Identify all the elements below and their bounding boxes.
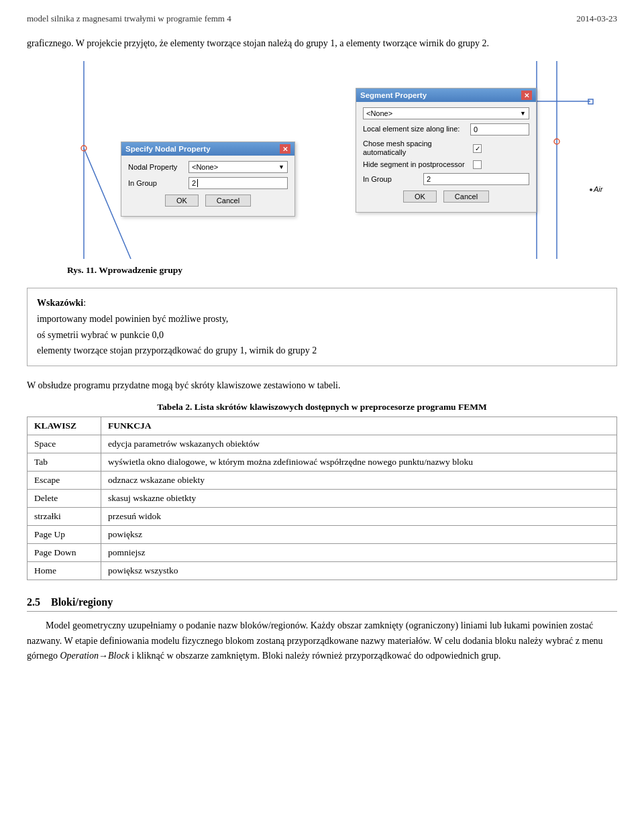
in-group-input[interactable]: 2 (189, 177, 288, 189)
table-title: Tabela 2. Lista skrótów klawiszowych dos… (27, 402, 617, 412)
table-row: Home powiększ wszystko (28, 562, 617, 580)
table-cell-val-0: edycja parametrów wskazanych obiektów (101, 435, 617, 453)
dialog-nodal-close[interactable]: ✕ (280, 144, 290, 154)
dialog-nodal-title: Specify Nodal Property (125, 145, 211, 153)
table-row: Tab wyświetla okno dialogowe, w którym m… (28, 453, 617, 472)
local-element-row: Local element size along line: 0 (363, 123, 529, 135)
hint-colon: : (83, 298, 86, 308)
segment-in-group-input[interactable]: 2 (423, 173, 529, 185)
italic-block: Block (108, 651, 129, 661)
nodal-property-select[interactable]: <None> ▼ (189, 161, 288, 173)
table-cell-val-2: odznacz wskazane obiekty (101, 472, 617, 490)
table-row: Escape odznacz wskazane obiekty (28, 472, 617, 490)
segment-in-group-label: In Group (363, 175, 423, 183)
nodal-property-row: Nodal Property <None> ▼ (128, 161, 288, 173)
segment-none-row: <None> ▼ (363, 107, 529, 119)
nodal-ok-button[interactable]: OK (165, 195, 199, 207)
table-cell-key-7: Home (28, 562, 101, 580)
table-row: Page Down pomniejsz (28, 544, 617, 562)
nodal-property-label: Nodal Property (128, 163, 189, 171)
table-cell-key-5: Page Up (28, 526, 101, 544)
in-group-label: In Group (128, 179, 189, 187)
svg-point-8 (590, 188, 592, 191)
table-header-klawisz: KLAWISZ (28, 417, 101, 435)
hide-segment-row: Hide segment in postprocessor (363, 160, 529, 169)
table-cell-key-6: Page Down (28, 544, 101, 562)
table-cell-key-1: Tab (28, 453, 101, 472)
segment-select-arrow: ▼ (520, 110, 526, 117)
section-25-heading: 2.5 Bloki/regiony (27, 596, 617, 612)
air-label: Air (593, 185, 604, 193)
hint-box: Wskazówki: importowany model powinien by… (27, 288, 617, 366)
figure-caption: Rys. 11. Wprowadzenie grupy (67, 265, 617, 276)
table-body: Space edycja parametrów wskazanych obiek… (28, 435, 617, 580)
shortcuts-table: KLAWISZ FUNKCJA Space edycja parametrów … (27, 417, 617, 580)
italic-operation: Operation (60, 651, 99, 661)
table-row: Space edycja parametrów wskazanych obiek… (28, 435, 617, 453)
hide-segment-label: Hide segment in postprocessor (363, 160, 470, 169)
hide-segment-checkbox[interactable] (473, 160, 482, 169)
table-cell-key-3: Delete (28, 490, 101, 508)
local-element-label: Local element size along line: (363, 125, 470, 133)
segment-dialog-buttons: OK Cancel (363, 190, 529, 207)
segment-in-group-row: In Group 2 (363, 173, 529, 185)
local-element-input[interactable]: 0 (470, 123, 529, 135)
figure-area: Air Specify Nodal Property ✕ Nodal Prope… (27, 61, 617, 262)
in-group-row: In Group 2 (128, 177, 288, 189)
section-25-title: Bloki/regiony (51, 596, 113, 608)
segment-cancel-button[interactable]: Cancel (443, 190, 489, 203)
hint-title: Wskazówki (37, 298, 83, 308)
section-25-number: 2.5 (27, 596, 40, 608)
dialog-nodal-body: Nodal Property <None> ▼ In Group 2 OK Ca… (121, 156, 294, 216)
table-header-funkcja: FUNKCJA (101, 417, 617, 435)
nodal-cancel-button[interactable]: Cancel (205, 195, 251, 207)
table-head: KLAWISZ FUNKCJA (28, 417, 617, 435)
section-25-body: Model geometryczny uzupełniamy o podanie… (27, 618, 617, 663)
table-cell-val-1: wyświetla okno dialogowe, w którym można… (101, 453, 617, 472)
table-cell-val-4: przesuń widok (101, 508, 617, 526)
header-date: 2014-03-23 (576, 13, 617, 24)
dialog-nodal-titlebar: Specify Nodal Property ✕ (121, 142, 294, 156)
table-header-row: KLAWISZ FUNKCJA (28, 417, 617, 435)
dialog-segment-body: <None> ▼ Local element size along line: … (356, 102, 536, 212)
dialog-nodal: Specify Nodal Property ✕ Nodal Property … (121, 142, 295, 217)
page-header: model silnika z magnesami trwałymi w pro… (27, 13, 617, 24)
dialog-segment-title: Segment Property (360, 91, 427, 99)
segment-none-select[interactable]: <None> ▼ (363, 107, 529, 119)
dialog-segment: Segment Property ✕ <None> ▼ Local elemen… (356, 88, 537, 213)
table-cell-val-5: powiększ (101, 526, 617, 544)
table-row: Page Up powiększ (28, 526, 617, 544)
dialog-segment-titlebar: Segment Property ✕ (356, 89, 536, 102)
segment-ok-button[interactable]: OK (403, 190, 437, 203)
hint-line-3: elementy tworzące stojan przyporządkować… (37, 345, 317, 355)
cursor-indicator (197, 179, 198, 187)
table-cell-key-4: strzałki (28, 508, 101, 526)
section-text-before-table: W obsłudze programu przydatne mogą być s… (27, 378, 617, 392)
header-title: model silnika z magnesami trwałymi w pro… (27, 13, 231, 24)
section-25-paragraph-0: Model geometryczny uzupełniamy o podanie… (27, 618, 617, 663)
dialog-segment-close[interactable]: ✕ (521, 91, 532, 100)
table-row: Delete skasuj wskazne obietkty (28, 490, 617, 508)
hint-line-1: importowany model powinien być możliwe p… (37, 314, 228, 324)
table-cell-val-7: powiększ wszystko (101, 562, 617, 580)
table-row: strzałki przesuń widok (28, 508, 617, 526)
table-cell-val-3: skasuj wskazne obietkty (101, 490, 617, 508)
mesh-spacing-row: Chose mesh spacing automatically ✓ (363, 140, 529, 157)
nodal-dialog-buttons: OK Cancel (128, 195, 288, 211)
table-cell-val-6: pomniejsz (101, 544, 617, 562)
hint-line-2: oś symetrii wybrać w punkcie 0,0 (37, 330, 164, 340)
table-cell-key-0: Space (28, 435, 101, 453)
mesh-spacing-label: Chose mesh spacing automatically (363, 140, 470, 157)
intro-text: graficznego. W projekcie przyjęto, że el… (27, 36, 617, 50)
nodal-select-arrow: ▼ (278, 164, 284, 170)
mesh-spacing-checkbox[interactable]: ✓ (473, 144, 482, 153)
table-cell-key-2: Escape (28, 472, 101, 490)
